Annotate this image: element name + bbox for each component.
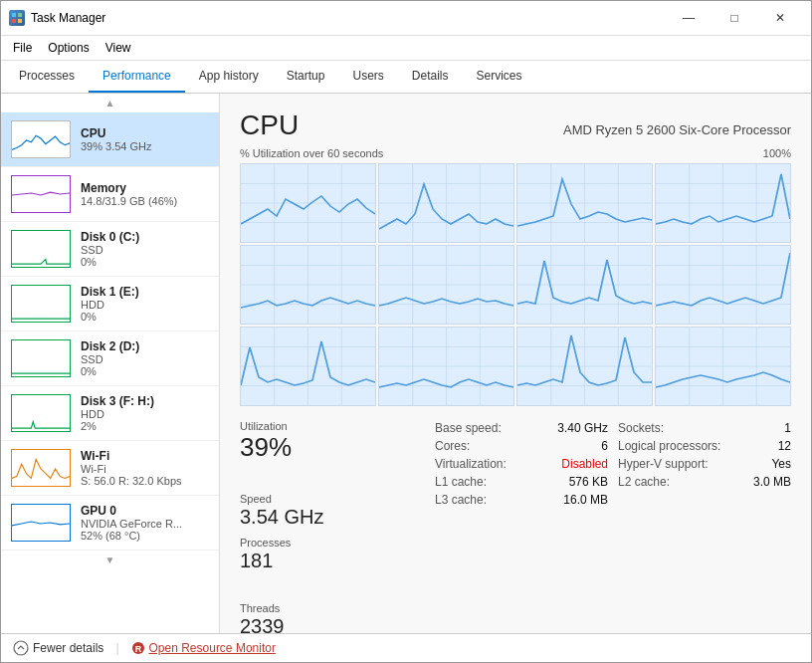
minimize-button[interactable]: —	[666, 7, 711, 29]
logical-processors-key: Logical processors:	[618, 439, 720, 453]
svg-rect-8	[12, 340, 70, 376]
svg-rect-0	[12, 13, 16, 17]
disk2-type: SSD	[81, 353, 209, 365]
sidebar-item-disk1[interactable]: Disk 1 (E:) HDD 0%	[1, 277, 219, 332]
open-resource-monitor-link[interactable]: R Open Resource Monitor	[131, 641, 276, 655]
svg-rect-6	[12, 231, 70, 267]
svg-text:R: R	[134, 644, 141, 654]
l3-cache-val: 16.0 MB	[563, 493, 608, 507]
svg-rect-2	[12, 19, 16, 23]
disk1-label: Disk 1 (E:)	[81, 285, 209, 299]
fewer-details-button[interactable]: Fewer details	[13, 640, 103, 656]
tab-performance[interactable]: Performance	[89, 61, 185, 93]
disk1-type: HDD	[81, 299, 209, 311]
menu-view[interactable]: View	[98, 38, 139, 58]
cpu-core-chart-1	[240, 163, 376, 243]
memory-mini-graph	[11, 175, 71, 213]
footer-separator: |	[115, 641, 118, 655]
menu-options[interactable]: Options	[40, 38, 97, 58]
gpu0-label: GPU 0	[81, 504, 209, 518]
tab-details[interactable]: Details	[398, 61, 463, 93]
menu-file[interactable]: File	[5, 38, 40, 58]
sidebar-item-memory[interactable]: Memory 14.8/31.9 GB (46%)	[1, 167, 219, 222]
cpu-core-chart-10	[378, 327, 514, 406]
cpu-core-chart-12	[655, 327, 791, 406]
scroll-down-button[interactable]: ▼	[1, 551, 219, 569]
l2-cache-val: 3.0 MB	[753, 475, 791, 489]
hyperv-val: Yes	[771, 457, 791, 471]
disk3-type: HDD	[81, 408, 209, 420]
cpu-core-chart-9	[240, 327, 376, 406]
info-virtualization: Virtualization: Disabled	[435, 456, 608, 472]
tab-app-history[interactable]: App history	[185, 61, 273, 93]
processes-label: Processes	[240, 537, 319, 549]
disk0-usage: 0%	[81, 256, 209, 268]
svg-rect-7	[12, 286, 70, 322]
virtualization-key: Virtualization:	[435, 457, 507, 471]
logical-processors-val: 12	[778, 439, 791, 453]
footer: Fewer details | R Open Resource Monitor	[1, 633, 811, 662]
disk0-mini-graph	[11, 230, 71, 268]
maximize-button[interactable]: □	[711, 7, 757, 29]
sidebar-item-disk2[interactable]: Disk 2 (D:) SSD 0%	[1, 332, 219, 386]
hyperv-key: Hyper-V support:	[618, 457, 709, 471]
wifi-type: Wi-Fi	[81, 463, 209, 475]
chart-label-text: % Utilization over 60 seconds	[240, 147, 383, 159]
cpu-core-chart-2	[378, 163, 514, 243]
utilization-label: Utilization	[240, 420, 319, 432]
disk2-mini-graph	[11, 339, 71, 377]
svg-rect-9	[12, 395, 70, 431]
chart-label-row: % Utilization over 60 seconds 100%	[240, 147, 791, 159]
tab-processes[interactable]: Processes	[5, 61, 89, 93]
open-resource-monitor-label: Open Resource Monitor	[149, 641, 276, 655]
info-sockets: Sockets: 1	[618, 420, 791, 436]
disk3-usage: 2%	[81, 420, 209, 432]
cpu-core-chart-7	[516, 245, 653, 325]
processes-threads-handles-row: Processes 181 Threads 2339 Handles 78924	[240, 537, 419, 633]
virtualization-val: Disabled	[561, 457, 608, 471]
close-button[interactable]: ✕	[757, 7, 803, 29]
utilization-block: Utilization 39%	[240, 420, 319, 463]
disk0-label: Disk 0 (C:)	[81, 230, 209, 244]
l3-cache-key: L3 cache:	[435, 493, 487, 507]
resource-monitor-icon: R	[131, 641, 145, 655]
processes-value: 181	[240, 549, 319, 572]
utilization-speed-row: Utilization 39% Speed 3.54 GHz	[240, 420, 419, 529]
gpu0-usage: 52% (68 °C)	[81, 530, 209, 542]
fewer-details-label: Fewer details	[33, 641, 103, 655]
info-base-speed: Base speed: 3.40 GHz	[435, 420, 608, 436]
cpu-core-chart-3	[516, 163, 653, 243]
info-section: Base speed: 3.40 GHz Sockets: 1 Cores: 6…	[435, 420, 791, 508]
sockets-val: 1	[784, 421, 791, 435]
scroll-up-button[interactable]: ▲	[1, 94, 219, 112]
speed-label: Speed	[240, 493, 323, 505]
disk3-mini-graph	[11, 394, 71, 432]
base-speed-key: Base speed:	[435, 421, 502, 435]
sidebar-item-disk3[interactable]: Disk 3 (F: H:) HDD 2%	[1, 386, 219, 441]
svg-point-96	[14, 641, 28, 655]
cpu-core-chart-6	[378, 245, 514, 325]
sidebar-item-gpu0[interactable]: GPU 0 NVIDIA GeForce R... 52% (68 °C)	[1, 496, 219, 551]
cpu-stats: 39% 3.54 GHz	[81, 140, 209, 152]
sockets-key: Sockets:	[618, 421, 664, 435]
primary-stats: Utilization 39% Speed 3.54 GHz Processes…	[240, 420, 419, 633]
svg-rect-1	[18, 13, 22, 17]
page-title: CPU	[240, 110, 299, 141]
threads-label: Threads	[240, 602, 319, 614]
threads-block: Threads 2339	[240, 602, 319, 633]
window-title: Task Manager	[31, 11, 105, 25]
tab-users[interactable]: Users	[338, 61, 397, 93]
sidebar-item-cpu[interactable]: CPU 39% 3.54 GHz	[1, 112, 219, 167]
wifi-label: Wi-Fi	[81, 449, 209, 463]
window-controls: — □ ✕	[666, 7, 803, 29]
disk2-label: Disk 2 (D:)	[81, 339, 209, 353]
tab-services[interactable]: Services	[463, 61, 536, 93]
svg-rect-11	[12, 505, 70, 541]
l1-cache-val: 576 KB	[569, 475, 608, 489]
processor-name: AMD Ryzen 5 2600 Six-Core Processor	[563, 122, 791, 137]
sidebar-item-wifi[interactable]: Wi-Fi Wi-Fi S: 56.0 R: 32.0 Kbps	[1, 441, 219, 496]
disk1-mini-graph	[11, 285, 71, 323]
sidebar-item-disk0[interactable]: Disk 0 (C:) SSD 0%	[1, 222, 219, 277]
menu-bar: File Options View	[1, 36, 811, 61]
tab-startup[interactable]: Startup	[273, 61, 339, 93]
